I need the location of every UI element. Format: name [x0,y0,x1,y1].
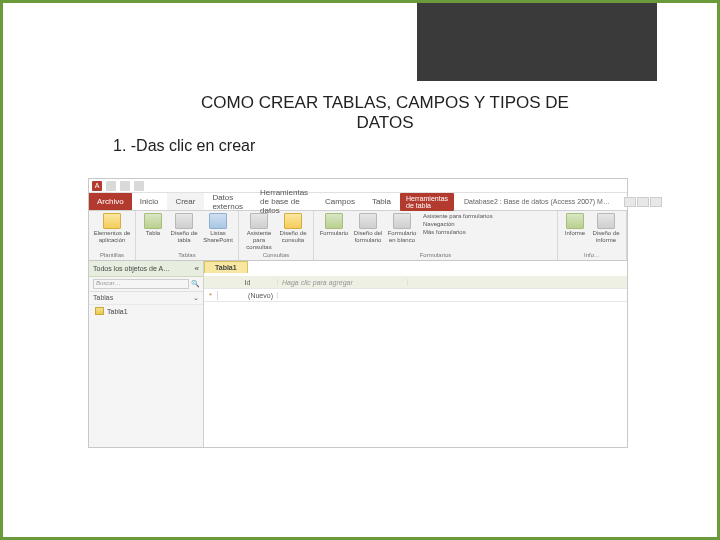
new-row-indicator-icon: * [204,291,218,300]
form-design-icon [359,213,377,229]
save-icon[interactable] [106,181,116,191]
ribbon-group-tablas: Tabla Diseño de tabla Listas SharePoint … [136,211,239,260]
ribbon-group-informes: Informe Diseño de informe Info… [558,211,627,260]
group-label-formularios: Formularios [318,251,553,258]
btn-diseno-formulario[interactable]: Diseño del formulario [352,213,384,244]
table-object-icon [95,307,104,315]
slide-accent-box [417,3,657,81]
file-tab[interactable]: Archivo [89,193,132,210]
btn-formulario-blanco[interactable]: Formulario en blanco [386,213,418,244]
tab-tabla[interactable]: Tabla [364,193,400,210]
btn-listas-sharepoint[interactable]: Listas SharePoint [202,213,234,244]
tab-herramientas-bd[interactable]: Herramientas de base de datos [252,193,317,210]
slide-title-line2: DATOS [113,113,657,133]
btn-mas-formularios[interactable]: Más formularios [423,229,493,236]
table-row[interactable]: * (Nuevo) [204,289,627,302]
btn-asistente-consultas[interactable]: Asistente para consultas [243,213,275,251]
group-label-plantillas: Plantillas [93,251,131,258]
btn-tabla[interactable]: Tabla [140,213,166,237]
ribbon-group-plantillas: Elementos de aplicación Plantillas [89,211,136,260]
undo-icon[interactable] [120,181,130,191]
btn-diseno-tabla[interactable]: Diseño de tabla [168,213,200,244]
group-label-tablas: Tablas [140,251,234,258]
close-button[interactable] [650,197,662,207]
collapse-icon: ⌄ [193,294,199,302]
nav-item-label: Tabla1 [107,308,128,315]
quick-access-toolbar: A [89,179,627,193]
group-label-informes: Info… [562,251,622,258]
btn-formulario[interactable]: Formulario [318,213,350,237]
btn-navegacion[interactable]: Navegación [423,221,493,228]
slide-title-line1: COMO CREAR TABLAS, CAMPOS Y TIPOS DE [113,93,657,113]
btn-informe[interactable]: Informe [562,213,588,237]
ribbon-group-formularios: Formulario Diseño del formulario Formula… [314,211,558,260]
report-design-icon [597,213,615,229]
nav-pane-header[interactable]: Todos los objetos de A… « [89,261,203,277]
context-tab-badge: Herramientas de tabla [400,193,454,211]
slide-step-text: 1. -Das clic en crear [113,137,657,155]
table-icon [144,213,162,229]
ribbon-tabs-row: Archivo Inicio Crear Datos externos Herr… [89,193,627,211]
nav-item-tabla1[interactable]: Tabla1 [89,305,203,317]
tab-crear[interactable]: Crear [167,193,204,210]
tab-datos-externos[interactable]: Datos externos [204,193,252,210]
datasheet-area: Tabla1 Id Haga clic para agregar * (Nuev… [204,261,627,447]
blank-form-icon [393,213,411,229]
redo-icon[interactable] [134,181,144,191]
report-icon [566,213,584,229]
minimize-button[interactable] [624,197,636,207]
btn-diseno-consulta[interactable]: Diseño de consulta [277,213,309,244]
btn-asistente-formularios[interactable]: Asistente para formularios [423,213,493,220]
btn-elementos-aplicacion[interactable]: Elementos de aplicación [93,213,131,244]
maximize-button[interactable] [637,197,649,207]
btn-diseno-informe[interactable]: Diseño de informe [590,213,622,244]
column-headers-row: Id Haga clic para agregar [204,276,627,289]
query-wizard-icon [250,213,268,229]
search-icon[interactable]: 🔍 [191,280,199,288]
column-header-add[interactable]: Haga clic para agregar [278,279,408,286]
nav-section-tablas[interactable]: Tablas ⌄ [89,292,203,305]
app-icon[interactable]: A [92,181,102,191]
column-header-id[interactable]: Id [218,279,278,286]
cell-id-new[interactable]: (Nuevo) [218,292,278,299]
ribbon: Elementos de aplicación Plantillas Tabla… [89,211,627,261]
form-icon [325,213,343,229]
query-design-icon [284,213,302,229]
table-design-icon [175,213,193,229]
access-app-window: A Archivo Inicio Crear Datos externos He… [88,178,628,448]
chevron-left-icon[interactable]: « [195,264,199,273]
ribbon-group-consultas: Asistente para consultas Diseño de consu… [239,211,314,260]
object-tab-tabla1[interactable]: Tabla1 [204,261,248,273]
tab-inicio[interactable]: Inicio [132,193,168,210]
sharepoint-icon [209,213,227,229]
group-label-consultas: Consultas [243,251,309,258]
navigation-pane: Todos los objetos de A… « Buscar… 🔍 Tabl… [89,261,204,447]
nav-search-input[interactable]: Buscar… [93,279,189,289]
nav-pane-title: Todos los objetos de A… [93,265,170,272]
tab-campos[interactable]: Campos [317,193,364,210]
window-title: Database2 : Base de datos (Access 2007) … [458,198,616,205]
template-icon [103,213,121,229]
